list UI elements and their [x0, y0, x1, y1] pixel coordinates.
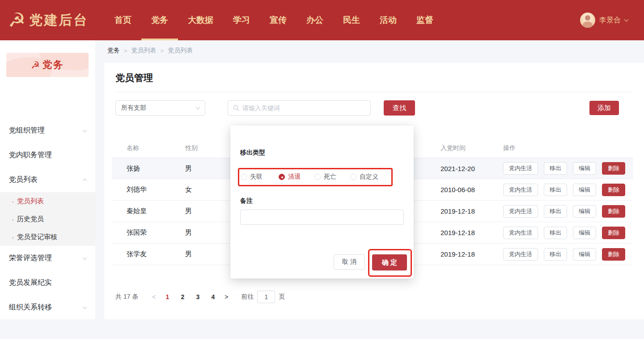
nav-item-big-data[interactable]: 大数据 — [178, 0, 223, 40]
search-box — [228, 100, 371, 116]
avatar — [580, 13, 595, 28]
breadcrumb: 党务 > 党员列表 > 党员列表 — [107, 47, 193, 55]
nav-item-study[interactable]: 学习 — [223, 0, 260, 40]
sidebar-item-party-position-management[interactable]: 党内职务管理 — [0, 143, 95, 167]
delete-button[interactable]: 删除 — [602, 248, 625, 261]
remove-button[interactable]: 移出 — [544, 184, 567, 196]
chevron-down-icon — [196, 105, 200, 110]
radio-label: 清退 — [288, 173, 301, 181]
page-number-1[interactable]: 1 — [160, 293, 175, 300]
cell-join-date: 2019-12-18 — [441, 229, 503, 236]
nav-item-office[interactable]: 办公 — [297, 0, 333, 40]
cell-join-date: 2021-12-20 — [441, 165, 503, 172]
cancel-button[interactable]: 取 消 — [334, 254, 365, 270]
sidebar-item-honor-selection-management[interactable]: 荣誉评选管理 — [0, 246, 95, 270]
party-life-button[interactable]: 党内生活 — [503, 162, 538, 175]
search-button[interactable]: 查找 — [384, 100, 415, 116]
sidebar-item-party-org-management[interactable]: 党组织管理 — [0, 118, 95, 143]
nav-item-home[interactable]: 首页 — [105, 0, 141, 40]
cell-actions: 党内生活 移出 编辑 删除 — [503, 162, 633, 175]
sidebar-banner-title: 党务 — [42, 58, 64, 72]
radio-custom[interactable]: 自定义 — [350, 168, 378, 186]
chevron-down-icon — [624, 17, 629, 22]
search-input[interactable] — [242, 104, 365, 112]
add-button[interactable]: 添加 — [589, 101, 619, 115]
bullet: · — [12, 233, 14, 241]
breadcrumb-item: 党务 — [107, 47, 120, 55]
party-life-button[interactable]: 党内生活 — [503, 248, 538, 261]
edit-button[interactable]: 编辑 — [573, 248, 596, 261]
cell-name: 张国荣 — [127, 228, 185, 237]
edit-button[interactable]: 编辑 — [573, 205, 596, 218]
page-number-4[interactable]: 4 — [205, 293, 220, 300]
submenu-item-member-list[interactable]: · 党员列表 — [0, 192, 95, 210]
next-page-icon[interactable]: > — [220, 293, 232, 300]
sidebar-item-label: 荣誉评选管理 — [9, 253, 52, 263]
remove-button[interactable]: 移出 — [544, 205, 567, 218]
delete-button[interactable]: 删除 — [602, 205, 625, 218]
sidebar-item-org-relation-transfer[interactable]: 组织关系转移 — [0, 295, 95, 319]
radio-selected-icon — [279, 174, 285, 180]
nav-item-publicity[interactable]: 宣传 — [260, 0, 297, 40]
delete-button[interactable]: 删除 — [602, 227, 625, 239]
cell-join-date: 2019-12-18 — [441, 207, 503, 215]
goto-page-input[interactable] — [257, 291, 275, 303]
nav-item-livelihood[interactable]: 民生 — [333, 0, 370, 40]
brand-title: 党建后台 — [29, 11, 88, 30]
cell-join-date: 2010-06-08 — [441, 186, 503, 193]
breadcrumb-item[interactable]: 党员列表 — [131, 47, 157, 55]
sidebar-item-label: 党组织管理 — [9, 126, 45, 135]
nav-item-activity[interactable]: 活动 — [370, 0, 407, 40]
prev-page-icon[interactable]: < — [148, 293, 160, 300]
radio-label: 死亡 — [324, 173, 336, 181]
radio-lost-contact[interactable]: 失联 — [241, 168, 263, 186]
remove-button[interactable]: 移出 — [544, 162, 567, 175]
user-name: 李景合 — [599, 16, 621, 25]
cell-join-date: 2019-12-18 — [441, 250, 503, 258]
nav-item-party-affairs[interactable]: 党务 — [141, 0, 178, 40]
cell-name: 张扬 — [127, 164, 185, 173]
sidebar-item-member-development-record[interactable]: 党员发展纪实 — [0, 270, 95, 295]
edit-button[interactable]: 编辑 — [573, 184, 596, 196]
sidebar: ☭ 党务 党组织管理 党内职务管理 党员列表 · 党员列表 · 历史党员 · 党 — [0, 40, 95, 319]
remove-button[interactable]: 移出 — [544, 227, 567, 239]
page-suffix-label: 页 — [279, 293, 285, 301]
nav-item-supervision[interactable]: 监督 — [407, 0, 443, 40]
submenu-item-history-members[interactable]: · 历史党员 — [0, 210, 95, 228]
note-label: 备注 — [240, 197, 253, 205]
remove-button[interactable]: 移出 — [544, 248, 567, 261]
chevron-down-icon — [83, 128, 87, 132]
sidebar-item-label: 党内职务管理 — [9, 150, 52, 160]
divider — [115, 92, 633, 92]
user-menu[interactable]: 李景合 — [580, 0, 628, 40]
sidebar-banner: ☭ 党务 — [6, 53, 89, 77]
sidebar-item-member-list[interactable]: 党员列表 — [0, 167, 95, 192]
brand: ☭ 党建后台 — [8, 0, 88, 40]
page-number-2[interactable]: 2 — [175, 293, 190, 300]
edit-button[interactable]: 编辑 — [573, 162, 596, 175]
party-life-button[interactable]: 党内生活 — [503, 205, 538, 218]
party-life-button[interactable]: 党内生活 — [503, 184, 538, 196]
radio-deceased[interactable]: 死亡 — [314, 168, 336, 186]
submenu-item-member-registration-review[interactable]: · 党员登记审核 — [0, 228, 95, 246]
radio-label: 自定义 — [360, 173, 378, 181]
delete-button[interactable]: 删除 — [602, 162, 625, 175]
confirm-button[interactable]: 确 定 — [372, 254, 407, 270]
col-join-date: 入党时间 — [441, 144, 503, 152]
cell-actions: 党内生活 移出 编辑 删除 — [503, 248, 633, 261]
note-input[interactable] — [240, 210, 404, 225]
radio-expelled[interactable]: 清退 — [279, 168, 301, 186]
page-number-3[interactable]: 3 — [190, 293, 205, 300]
member-list-submenu: · 党员列表 · 历史党员 · 党员登记审核 — [0, 192, 95, 246]
top-header: ☭ 党建后台 首页 党务 大数据 学习 宣传 办公 民生 活动 监督 李景合 — [0, 0, 644, 40]
cell-name: 张学友 — [127, 250, 185, 258]
delete-button[interactable]: 删除 — [602, 184, 625, 196]
radio-icon — [241, 174, 247, 180]
party-life-button[interactable]: 党内生活 — [503, 227, 538, 239]
col-name: 名称 — [127, 144, 185, 152]
submenu-item-label: 历史党员 — [17, 215, 44, 223]
sidebar-item-label: 党员发展纪实 — [9, 278, 52, 288]
cell-actions: 党内生活 移出 编辑 删除 — [503, 227, 633, 239]
branch-select[interactable]: 所有支部 — [115, 100, 205, 116]
edit-button[interactable]: 编辑 — [573, 227, 596, 239]
